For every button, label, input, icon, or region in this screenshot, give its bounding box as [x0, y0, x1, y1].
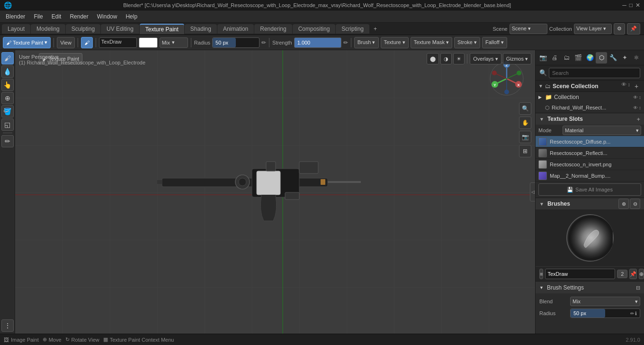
minimize-button[interactable]: ─: [622, 2, 626, 9]
draw-tool-btn[interactable]: 🖌: [81, 37, 93, 48]
maximize-button[interactable]: □: [629, 2, 633, 9]
brush-copy-btn[interactable]: ⊕: [639, 269, 644, 279]
strength-slider[interactable]: 1.000: [294, 37, 341, 48]
brush-dropdown-btn[interactable]: Brush ▾: [354, 37, 379, 48]
window-controls[interactable]: ─ □ ✕: [622, 2, 640, 9]
prop-icon-scene[interactable]: 🎬: [572, 52, 584, 64]
texture-slot-2[interactable]: Resectoscoo_n_invert.png: [536, 159, 644, 170]
brush-name-input[interactable]: TexDraw: [99, 37, 137, 48]
tab-scripting[interactable]: Scripting: [336, 24, 369, 34]
viewport-gizmo[interactable]: Z X Y: [488, 60, 526, 98]
radius-edit-icon[interactable]: ✏: [630, 311, 634, 316]
viewport-overlay-btn[interactable]: Overlays ▾: [470, 53, 501, 64]
save-all-images-btn[interactable]: 💾 Save All Images: [538, 183, 641, 196]
menu-help[interactable]: Help: [122, 12, 141, 21]
texture-mask-dropdown-btn[interactable]: Texture Mask ▾: [411, 37, 452, 48]
brush-list-btn[interactable]: ≡: [539, 269, 543, 279]
brush-preview[interactable]: [566, 214, 614, 262]
viewport-shading-solid[interactable]: ⬤: [427, 53, 439, 64]
prop-icon-output[interactable]: 🖨: [549, 52, 561, 64]
model-select-btn[interactable]: ↕: [639, 105, 641, 110]
viewport-gizmos-btn[interactable]: Gizmos ▾: [503, 53, 531, 64]
scene-select-icon[interactable]: ↕: [628, 82, 631, 91]
prop-icon-object[interactable]: ⬡: [596, 52, 607, 64]
grid-btn[interactable]: ⊞: [519, 145, 531, 157]
tool-extra[interactable]: ⋮: [1, 319, 14, 332]
prop-icon-physics[interactable]: ⚛: [631, 52, 642, 64]
brush-settings-header[interactable]: ▼ Brush Settings ⊟: [536, 282, 644, 293]
pin-btn[interactable]: 📌: [627, 23, 640, 35]
camera-btn[interactable]: 📷: [519, 131, 531, 143]
tab-animation[interactable]: Animation: [217, 24, 254, 34]
tab-rendering[interactable]: Rendering: [254, 24, 292, 34]
tool-mask[interactable]: ◱: [1, 118, 14, 131]
scene-eye-icon[interactable]: 👁: [621, 82, 626, 91]
zoom-in-btn[interactable]: 🔍: [519, 102, 531, 115]
prop-icon-modifier[interactable]: 🔧: [608, 52, 619, 64]
blend-dropdown[interactable]: Mix ▾: [570, 297, 640, 306]
prop-icon-world[interactable]: 🌍: [584, 52, 596, 64]
viewport[interactable]: User Perspective (1) Richard_Wolf_Resect…: [15, 50, 535, 334]
collection-row[interactable]: ▶ 📁 Collection 👁 ↕: [536, 92, 644, 102]
prop-icon-view-layer[interactable]: 🗂: [561, 52, 572, 64]
mode-select-btn[interactable]: 🖌 Texture Paint ▾: [3, 37, 51, 48]
blend-mode-dropdown[interactable]: Mix ▾: [160, 37, 188, 48]
brush-settings-expand-btn[interactable]: ⊟: [636, 284, 640, 291]
prop-icon-render[interactable]: 📷: [537, 52, 549, 64]
texture-slot-1[interactable]: Resectoscope_Reflecti...: [536, 147, 644, 159]
texture-mode-dropdown[interactable]: Material ▾: [563, 126, 641, 135]
tab-compositing[interactable]: Compositing: [293, 24, 336, 34]
render-engine-btn[interactable]: ⚙: [614, 23, 625, 35]
svg-rect-12: [285, 192, 299, 200]
tool-annotate[interactable]: ✏: [1, 135, 14, 147]
menu-edit[interactable]: Edit: [48, 12, 65, 21]
collapse-brush-btn[interactable]: ⊖: [630, 199, 640, 209]
close-button[interactable]: ✕: [635, 2, 640, 9]
expand-brush-btn[interactable]: ⊕: [618, 199, 629, 209]
collection-eye-btn[interactable]: 👁: [633, 95, 638, 100]
properties-search-input[interactable]: [549, 68, 640, 78]
pan-btn[interactable]: ✋: [519, 117, 531, 129]
falloff-dropdown-btn[interactable]: Falloff ▾: [482, 37, 507, 48]
texture-slot-0[interactable]: Resectoscope_Diffuse.p...: [536, 136, 644, 147]
texture-slots-add-btn[interactable]: +: [636, 116, 640, 123]
toggle-right-panel-btn[interactable]: ◁: [530, 182, 535, 201]
texture-slots-header[interactable]: ▼ Texture Slots +: [536, 113, 644, 125]
tab-shading[interactable]: Shading: [185, 24, 217, 34]
add-workspace-button[interactable]: +: [370, 24, 381, 34]
color-picker[interactable]: [139, 37, 158, 48]
view-btn[interactable]: View: [57, 37, 75, 48]
viewport-shading-rendered[interactable]: ☀: [453, 53, 465, 64]
tab-texture-paint[interactable]: Texture Paint: [140, 24, 184, 34]
radius-info-icon[interactable]: ℹ: [635, 311, 637, 316]
brush-name-field[interactable]: [545, 269, 615, 279]
tool-fill[interactable]: 🪣: [1, 105, 14, 118]
tool-draw[interactable]: 🖌: [1, 52, 14, 64]
tool-smear[interactable]: 👆: [1, 79, 14, 91]
menu-file[interactable]: File: [30, 12, 46, 21]
add-collection-btn[interactable]: +: [632, 82, 641, 91]
viewport-shading-material[interactable]: ◑: [440, 53, 452, 64]
radius-slider[interactable]: 50 px: [212, 37, 259, 48]
tool-clone[interactable]: ⊕: [1, 92, 14, 104]
tab-modeling[interactable]: Modeling: [31, 24, 65, 34]
menu-render[interactable]: Render: [66, 12, 92, 21]
radius-setting-slider[interactable]: 50 px ✏ ℹ: [570, 309, 640, 318]
prop-icon-particles[interactable]: ✦: [619, 52, 631, 64]
scene-dropdown[interactable]: Scene ▾: [510, 24, 547, 34]
tool-soften[interactable]: 💧: [1, 65, 14, 78]
view-layer-dropdown[interactable]: View Layer ▾: [574, 24, 612, 34]
collection-select-btn[interactable]: ↕: [639, 95, 641, 100]
model-row[interactable]: ⬡ Richard_Wolf_Resect... 👁 ↕: [536, 102, 644, 113]
texture-dropdown-btn[interactable]: Texture ▾: [381, 37, 409, 48]
tab-sculpting[interactable]: Sculpting: [66, 24, 100, 34]
brushes-header[interactable]: ▼ Brushes ⊕ ⊖: [536, 198, 644, 209]
menu-blender[interactable]: Blender: [2, 12, 29, 21]
menu-window[interactable]: Window: [93, 12, 121, 21]
texture-slot-3[interactable]: Map__2_Normal_Bump....: [536, 170, 644, 182]
brush-pin-btn[interactable]: 📌: [629, 269, 637, 279]
tab-layout[interactable]: Layout: [2, 24, 30, 34]
model-eye-btn[interactable]: 👁: [633, 105, 638, 110]
stroke-dropdown-btn[interactable]: Stroke ▾: [454, 37, 480, 48]
tab-uv-editing[interactable]: UV Editing: [101, 24, 139, 34]
